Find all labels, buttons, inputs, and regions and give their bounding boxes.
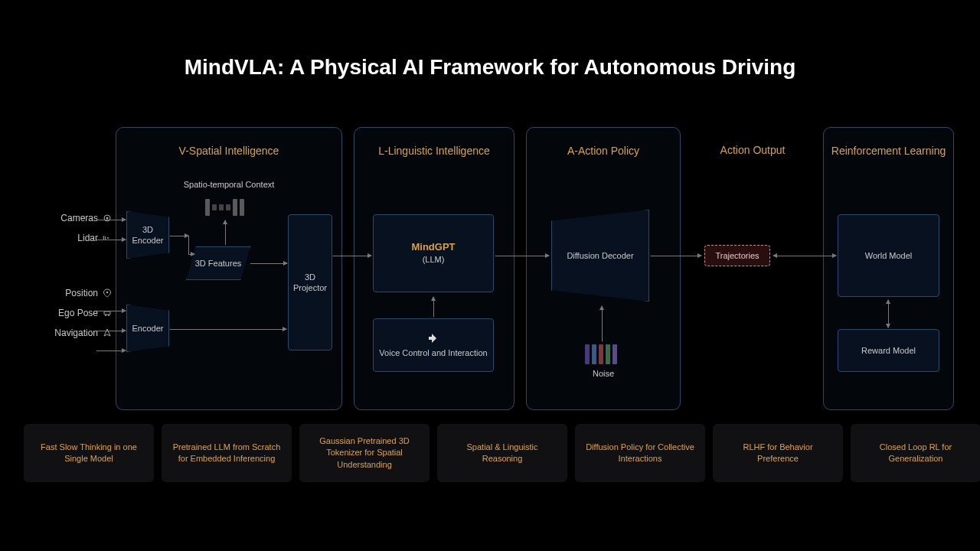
label-noise: Noise (582, 369, 625, 378)
arrow-line (170, 236, 188, 236)
module-output: Action Output (689, 144, 816, 156)
label-context: Spatio-temporal Context (164, 180, 294, 189)
block-diffusion: Diffusion Decoder (551, 210, 649, 302)
arrow-up (602, 306, 603, 341)
block-encoder: Encoder (126, 305, 169, 352)
arrow (495, 256, 549, 256)
arrow (651, 256, 701, 256)
arrow (333, 256, 371, 256)
arrow (96, 350, 126, 351)
svg-rect-4 (104, 311, 110, 315)
feature-card: RLHF for Behavior Preference (713, 424, 843, 482)
block-voice: Voice Control and Interaction (373, 318, 494, 372)
block-3d-encoder: 3D Encoder (126, 211, 169, 259)
arrow (250, 263, 287, 264)
feature-card: Fast Slow Thinking in one Single Model (24, 424, 154, 482)
arrow (170, 329, 286, 330)
arrow (96, 311, 126, 311)
input-lidar: Lidar (24, 230, 112, 246)
arrow-down (225, 220, 226, 245)
svg-point-3 (106, 292, 109, 294)
block-world-model: World Model (838, 214, 939, 297)
input-cameras: Cameras (24, 210, 112, 227)
feature-cards: Fast Slow Thinking in one Single Model P… (24, 424, 980, 482)
arrow (96, 331, 126, 331)
arrow (96, 220, 126, 220)
context-bars-icon (205, 199, 244, 216)
arrow-up (433, 297, 434, 317)
feature-card: Gaussian Pretrained 3D Tokenizer for Spa… (299, 424, 430, 482)
input-navigation: Navigation (24, 324, 112, 341)
block-reward-model: Reward Model (838, 329, 939, 372)
arrow-line (188, 236, 189, 254)
block-3d-projector: 3D Projector (288, 214, 332, 350)
feature-card: Closed Loop RL for Generalization (851, 424, 980, 482)
arrow-bi (773, 256, 836, 256)
block-mindgpt: MindGPT (LLM) (373, 214, 494, 292)
feature-card: Spatial & Linguistic Reasoning (437, 424, 567, 482)
noise-bars-icon (585, 344, 617, 364)
svg-point-5 (105, 315, 106, 316)
feature-card: Diffusion Policy for Collective Interact… (575, 424, 705, 482)
svg-point-6 (108, 315, 109, 316)
voice-icon (427, 332, 439, 344)
page-title: MindVLA: A Physical AI Framework for Aut… (0, 55, 980, 80)
arrow-bi-vert (888, 300, 889, 328)
input-labels: Cameras Lidar Position Ego Pose Navigati… (24, 210, 112, 344)
input-egopose: Ego Pose (24, 305, 112, 321)
arrow (96, 240, 126, 240)
svg-point-2 (107, 237, 109, 239)
feature-card: Pretrained LLM from Scratch for Embedded… (162, 424, 292, 482)
input-position: Position (24, 285, 112, 302)
block-3d-features: 3D Features (186, 246, 250, 280)
arrow (188, 254, 194, 255)
block-trajectories: Trajectories (704, 245, 770, 266)
